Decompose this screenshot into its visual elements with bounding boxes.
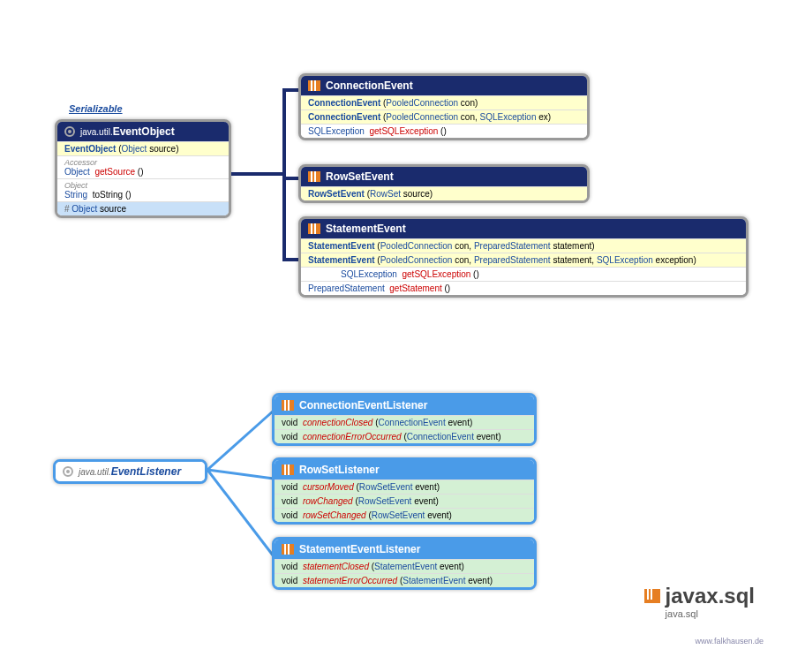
rm2pt: RowSetEvent [358,496,412,506]
rm2r: void [282,496,297,506]
rm1r: void [282,482,297,492]
cm1pt: ConnectionEvent [379,418,446,427]
eventobject-class-box: java.util.EventObject EventObject (Objec… [55,119,231,218]
cel-header: ConnectionEventListener [275,396,534,415]
cm2r: void [282,432,297,442]
rowsetevent-class-box: RowSetEvent RowSetEvent (RowSet source) [298,164,590,203]
accessor-label: Accessor [64,158,222,167]
s1p2n: statement [553,241,591,251]
rowsetevent-header: RowSetEvent [301,167,587,186]
c2n: ConnectionEvent [308,112,380,122]
c2p2n: ex [538,112,548,122]
connectionevent-name: ConnectionEvent [326,79,413,92]
sem1r: SQLException [341,269,397,279]
rcp1n: source [403,189,430,199]
bars-icon [308,171,320,182]
rcp1t: RowSet [370,189,401,199]
eventobject-pkg: java.util. [80,127,113,137]
sm1n: statementClosed [303,562,369,571]
c2p2t: SQLException [480,112,537,122]
sm1pn: event [440,562,461,571]
sm2pn: event [468,576,489,585]
cm2pn: event [477,432,498,442]
se-ctor2: StatementEvent (PooledConnection con, Pr… [301,253,746,267]
sm1pt: StatementEvent [374,562,437,571]
sm1r: void [282,562,297,571]
statementevent-header: StatementEvent [301,219,746,238]
sel-name: StatementEventListener [299,543,420,555]
m1n: getSQLException [370,126,439,136]
cel-name: ConnectionEventListener [299,399,427,412]
c1p1t: PooledConnection [386,98,458,108]
connectioneventlistener-box: ConnectionEventListener void connectionC… [272,393,537,446]
bars-icon [308,223,320,234]
el-pkg: java.util. [79,467,111,477]
rm3n: rowSetChanged [303,510,366,520]
eventlistener-header: java.util.EventListener [56,462,205,481]
rcn: RowSetEvent [308,189,365,199]
s2n: StatementEvent [308,255,375,265]
s2p1t: PooledConnection [380,255,453,265]
eventobject-ctor: EventObject (Object source) [57,141,229,155]
statementevent-name: StatementEvent [326,223,406,235]
sm2pt: StatementEvent [403,576,465,585]
cm1r: void [282,418,297,427]
svg-line-0 [207,411,274,470]
getsource-ret: Object [64,167,90,177]
rm1pt: RowSetEvent [359,482,413,492]
getsource-method: getSource [94,167,135,177]
gear-icon [63,466,73,477]
hash-symbol: # [64,204,70,214]
connector-line [282,177,300,180]
bars-icon [282,400,294,411]
connector-line [231,172,284,176]
bars-icon [644,589,660,603]
connectionevent-class-box: ConnectionEvent ConnectionEvent (PooledC… [298,73,590,140]
connectionevent-header: ConnectionEvent [301,76,587,95]
conev-ctor2: ConnectionEvent (PooledConnection con, S… [301,109,587,124]
sel-m1: void statementClosed (StatementEvent eve… [275,559,534,573]
rowsetevent-name: RowSetEvent [326,170,394,183]
bars-icon [282,464,294,475]
svg-line-2 [207,470,274,556]
eventobject-header: java.util.EventObject [57,122,229,141]
eventobject-name: EventObject [113,125,175,138]
connector-line [282,258,300,261]
connector-line [282,88,300,92]
rm2pn: event [414,496,435,506]
package-label: javax.sql java.sql [644,584,755,619]
c2p1n: con [461,112,475,122]
rm1n: cursorMoved [303,482,354,492]
conev-ctor1: ConnectionEvent (PooledConnection con) [301,95,587,109]
rowsetlistener-box: RowSetListener void cursorMoved (RowSetE… [272,457,537,525]
rsl-name: RowSetListener [299,464,380,476]
sem2n: getStatement [389,283,441,293]
s2p2n: statement [553,255,591,265]
serializable-label: Serializable [69,103,123,114]
package-name-sub: java.sql [666,608,755,619]
cm1pn: event [448,418,469,427]
accessor-section: Accessor Object getSource () [57,155,229,178]
sm2r: void [282,576,297,585]
s2p3n: exception [656,255,694,265]
statementevent-class-box: StatementEvent StatementEvent (PooledCon… [298,216,749,298]
rm3pt: RowSetEvent [372,510,425,520]
se-m2: PreparedStatement getStatement () [301,281,746,295]
eventlistener-interface-box: java.util.EventListener [53,459,207,484]
rsl-m2: void rowChanged (RowSetEvent event) [275,494,534,508]
tostring-method: toString [93,190,123,200]
s2p1n: con [455,255,469,265]
source-url: www.falkhausen.de [695,637,764,646]
sem2r: PreparedStatement [308,283,385,293]
rm2n: rowChanged [303,496,353,506]
s1p1t: PooledConnection [380,241,453,251]
sm2n: statementErrorOccurred [303,576,397,585]
cel-m1: void connectionClosed (ConnectionEvent e… [275,415,534,429]
conev-m1: SQLException getSQLException () [301,124,587,138]
gear-icon [64,126,75,137]
c1n: ConnectionEvent [308,98,380,108]
s2p3t: SQLException [597,255,653,265]
ctor-ptype: Object [121,144,147,154]
statementeventlistener-box: StatementEventListener void statementClo… [272,537,537,590]
rm3r: void [282,510,297,520]
